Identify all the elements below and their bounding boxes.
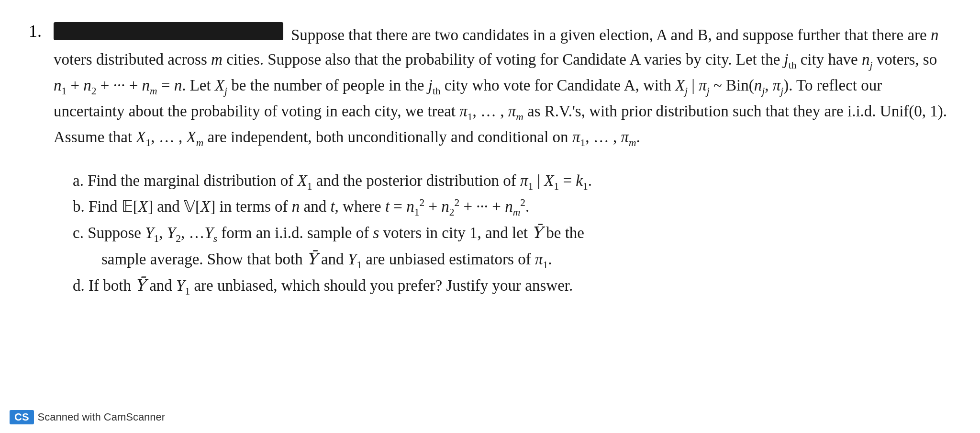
redacted-content xyxy=(54,22,283,40)
subproblem-b: b. Find 𝔼[X] and 𝕍[X] in terms of n and … xyxy=(73,194,951,220)
problem-number: 1. xyxy=(29,19,48,41)
problem-container: 1. Suppose that there are two candidates… xyxy=(29,19,951,299)
footer: CS Scanned with CamScanner xyxy=(10,410,165,424)
cs-badge: CS xyxy=(10,410,34,424)
footer-text: Scanned with CamScanner xyxy=(38,411,166,423)
subproblem-a: a. Find the marginal distribution of X1 … xyxy=(73,168,951,194)
subproblems: a. Find the marginal distribution of X1 … xyxy=(73,168,951,300)
page: 1. Suppose that there are two candidates… xyxy=(0,0,980,433)
problem-content: Suppose that there are two candidates in… xyxy=(54,19,951,299)
subproblem-d: d. If both Ȳ and Y1 are unbiased, which… xyxy=(73,273,951,299)
subproblem-c: c. Suppose Y1, Y2, …Ys form an i.i.d. sa… xyxy=(73,220,951,247)
problem-body: Suppose that there are two candidates in… xyxy=(54,19,951,151)
subproblem-c-cont: sample average. Show that both Ȳ and Y1… xyxy=(101,247,951,273)
